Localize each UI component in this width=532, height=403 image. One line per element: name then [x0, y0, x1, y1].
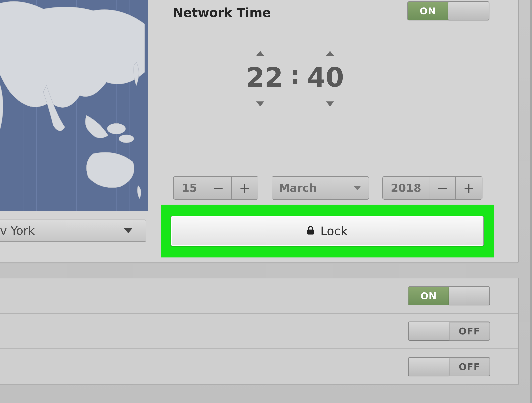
svg-rect-14	[307, 230, 314, 235]
lower-settings-panel: ON OFF OFF	[0, 278, 519, 384]
network-time-label: Network Time	[173, 5, 271, 20]
settings-toggle-2[interactable]: OFF	[408, 321, 490, 341]
svg-point-12	[107, 123, 126, 134]
day-decrement-button[interactable]: −	[205, 177, 232, 199]
dropdown-arrow-icon	[124, 228, 133, 233]
day-value: 15	[174, 177, 205, 199]
day-stepper[interactable]: 15 − +	[173, 176, 258, 200]
right-edge-divider	[530, 0, 532, 403]
hours-down-button[interactable]	[247, 96, 273, 109]
date-row: 15 − + March 2018 − +	[173, 176, 482, 200]
settings-row: OFF	[0, 314, 518, 349]
lock-button-label: Lock	[320, 224, 348, 238]
lock-button[interactable]: Lock	[171, 216, 484, 246]
toggle-knob	[408, 358, 449, 376]
minutes-value: 40	[307, 62, 344, 93]
lock-highlight-box: Lock	[161, 205, 494, 257]
datetime-card: Network Time ON 22 : 40 15	[0, 0, 519, 263]
year-stepper[interactable]: 2018 − +	[382, 176, 482, 200]
time-separator: :	[288, 59, 302, 91]
settings-toggle-3[interactable]: OFF	[408, 357, 490, 376]
day-increment-button[interactable]: +	[232, 177, 258, 199]
year-decrement-button[interactable]: −	[429, 177, 456, 199]
month-dropdown[interactable]: March	[272, 176, 369, 200]
timezone-value: v York	[0, 224, 35, 237]
minutes-up-button[interactable]	[317, 46, 343, 58]
time-spinner: 22 : 40	[246, 46, 344, 109]
svg-point-13	[119, 135, 134, 143]
settings-row: OFF	[0, 349, 518, 384]
settings-row: ON	[0, 278, 518, 314]
year-value: 2018	[383, 177, 429, 199]
toggle-on-label: ON	[408, 2, 448, 20]
settings-toggle-1[interactable]: ON	[408, 286, 490, 305]
toggle-off-label: OFF	[449, 358, 490, 376]
toggle-knob	[448, 2, 489, 20]
timezone-map[interactable]	[0, 0, 148, 211]
network-time-toggle[interactable]: ON	[407, 1, 489, 20]
toggle-on-label: ON	[408, 287, 449, 305]
hours-up-button[interactable]	[247, 46, 273, 58]
lock-icon	[307, 224, 314, 238]
hours-value: 22	[246, 62, 283, 93]
year-increment-button[interactable]: +	[456, 177, 482, 199]
toggle-off-label: OFF	[449, 322, 490, 340]
toggle-knob	[408, 322, 449, 340]
timezone-dropdown[interactable]: v York	[0, 220, 146, 242]
minutes-down-button[interactable]	[317, 96, 343, 109]
month-value: March	[279, 182, 317, 194]
toggle-knob	[449, 287, 490, 305]
dropdown-arrow-icon	[353, 186, 361, 190]
